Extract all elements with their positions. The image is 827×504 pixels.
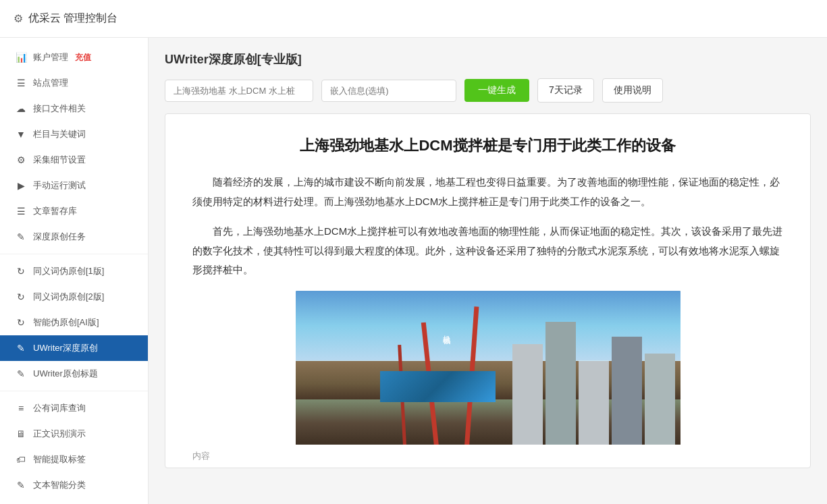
- chart-icon: 📊: [16, 52, 26, 63]
- sidebar-label-original-task: 深度原创任务: [33, 231, 86, 243]
- article-footer: 内容: [165, 445, 810, 468]
- sidebar-label-site: 站点管理: [33, 77, 68, 89]
- list-icon: ☰: [16, 78, 26, 88]
- layers-icon: ☰: [16, 206, 26, 217]
- sidebar-divider-2: [0, 391, 148, 391]
- building-5: [645, 354, 675, 445]
- sidebar-item-word-library[interactable]: ≡ 公有词库查询: [0, 395, 148, 421]
- sidebar: 📊 账户管理 充值 ☰ 站点管理 ☁ 接口文件相关 ▼ 栏目与关键词 ⚙ 采集细…: [0, 38, 149, 504]
- sidebar-label-ai-pseudo: 智能伪原创[AI版]: [33, 316, 99, 329]
- sidebar-item-text-classify[interactable]: ✎ 文本智能分类: [0, 472, 148, 498]
- cloud-icon: ☁: [16, 103, 26, 114]
- play-icon: ▶: [16, 180, 26, 191]
- pencil-icon: ✎: [16, 343, 26, 354]
- sidebar-item-manual[interactable]: ▶ 手动运行测试: [0, 173, 148, 198]
- sidebar-item-column[interactable]: ▼ 栏目与关键词: [0, 121, 148, 147]
- app-title: 优采云 管理控制台: [28, 11, 117, 26]
- edit-icon: ✎: [16, 231, 26, 242]
- sidebar-label-account: 账户管理: [33, 51, 68, 63]
- refresh-icon: ↻: [16, 266, 26, 277]
- sidebar-label-text-classify: 文本智能分类: [33, 479, 86, 491]
- tag-icon: 🏷: [16, 454, 26, 465]
- gear-icon: ⚙: [14, 12, 23, 25]
- sidebar-item-original-task[interactable]: ✎ 深度原创任务: [0, 224, 148, 250]
- sidebar-item-interface[interactable]: ☁ 接口文件相关: [0, 96, 148, 121]
- article-paragraph-2: 首先，上海强劲地基水上DCM水上搅拌桩可以有效地改善地面的物理性能，从而保证地面…: [192, 222, 783, 280]
- refresh3-icon: ↻: [16, 317, 26, 328]
- classify-icon: ✎: [16, 480, 26, 491]
- sidebar-group-2: ↻ 同义词伪原创[1版] ↻ 同义词伪原创[2版] ↻ 智能伪原创[AI版] ✎…: [0, 258, 148, 387]
- sidebar-item-collect[interactable]: ⚙ 采集细节设置: [0, 147, 148, 173]
- sidebar-label-column: 栏目与关键词: [33, 128, 86, 140]
- sidebar-label-uwriter: UWriter深度原创: [33, 342, 98, 354]
- pencil2-icon: ✎: [16, 368, 26, 379]
- sidebar-label-text-recog: 正文识别演示: [33, 428, 86, 440]
- equipment-cover: [380, 371, 496, 402]
- sidebar-item-text-recog[interactable]: 🖥 正文识别演示: [0, 421, 148, 447]
- building-1: [512, 344, 543, 445]
- sidebar-label-pseudo1: 同义词伪原创[1版]: [33, 265, 104, 277]
- sidebar-item-uwriter-title[interactable]: ✎ UWriter原创标题: [0, 361, 148, 387]
- page-title: UWriter深度原创[专业版]: [165, 51, 811, 67]
- building-3: [579, 361, 609, 445]
- sidebar-label-pseudo2: 同义词伪原创[2版]: [33, 291, 104, 303]
- sidebar-item-site[interactable]: ☰ 站点管理: [0, 70, 148, 96]
- generate-button[interactable]: 一键生成: [464, 79, 529, 102]
- sidebar-label-uwriter-title: UWriter原创标题: [33, 368, 98, 380]
- sidebar-item-drafts[interactable]: ☰ 文章暂存库: [0, 198, 148, 224]
- sidebar-item-pseudo2[interactable]: ↻ 同义词伪原创[2版]: [0, 284, 148, 310]
- article-paragraph-1: 随着经济的发展，上海的城市建设不断向前发展，地基工程也变得日益重要。为了改善地面…: [192, 173, 783, 211]
- app-header: ⚙ 优采云 管理控制台: [0, 0, 827, 38]
- sidebar-group-1: 📊 账户管理 充值 ☰ 站点管理 ☁ 接口文件相关 ▼ 栏目与关键词 ⚙ 采集细…: [0, 45, 148, 250]
- sidebar-item-account[interactable]: 📊 账户管理 充值: [0, 45, 148, 70]
- sidebar-item-pseudo1[interactable]: ↻ 同义词伪原创[1版]: [0, 258, 148, 284]
- article-image: 机械: [296, 291, 681, 445]
- sidebar-label-drafts: 文章暂存库: [33, 205, 77, 217]
- monitor-icon: 🖥: [16, 428, 26, 439]
- building-4: [612, 337, 642, 445]
- sidebar-item-uwriter[interactable]: ✎ UWriter深度原创: [0, 335, 148, 361]
- footer-label: 内容: [192, 451, 210, 461]
- sidebar-divider-1: [0, 254, 148, 254]
- refresh2-icon: ↻: [16, 291, 26, 302]
- header-title: ⚙ 优采云 管理控制台: [14, 11, 117, 26]
- filter-icon: ▼: [16, 129, 26, 140]
- sidebar-label-collect: 采集细节设置: [33, 154, 86, 166]
- sidebar-label-manual: 手动运行测试: [33, 179, 86, 192]
- buildings-group: [507, 322, 681, 445]
- embed-input[interactable]: [321, 80, 456, 102]
- sidebar-label-smart-tag: 智能提取标签: [33, 453, 86, 466]
- article-scroll[interactable]: 上海强劲地基水上DCM搅拌桩是专门用于此类工作的设备 随着经济的发展，上海的城市…: [165, 114, 810, 445]
- main-content: UWriter深度原创[专业版] 一键生成 7天记录 使用说明 上海强劲地基水上…: [149, 38, 827, 504]
- book-icon: ≡: [16, 403, 26, 414]
- badge-recharge: 充值: [75, 52, 91, 63]
- sidebar-item-smart-tag[interactable]: 🏷 智能提取标签: [0, 447, 148, 472]
- sidebar-item-ai-pseudo[interactable]: ↻ 智能伪原创[AI版]: [0, 310, 148, 335]
- crane-text: 机械: [442, 329, 452, 332]
- sidebar-group-3: ≡ 公有词库查询 🖥 正文识别演示 🏷 智能提取标签 ✎ 文本智能分类: [0, 395, 148, 498]
- building-2: [545, 322, 576, 445]
- main-layout: 📊 账户管理 充值 ☰ 站点管理 ☁ 接口文件相关 ▼ 栏目与关键词 ⚙ 采集细…: [0, 38, 827, 504]
- history-button[interactable]: 7天记录: [537, 78, 594, 103]
- toolbar: 一键生成 7天记录 使用说明: [165, 78, 811, 103]
- sidebar-label-word-library: 公有词库查询: [33, 402, 86, 414]
- keyword-input[interactable]: [165, 80, 313, 102]
- settings-icon: ⚙: [16, 155, 26, 165]
- sidebar-label-interface: 接口文件相关: [33, 103, 86, 115]
- article-title: 上海强劲地基水上DCM搅拌桩是专门用于此类工作的设备: [192, 134, 783, 157]
- help-button[interactable]: 使用说明: [602, 78, 663, 103]
- article-panel: 上海强劲地基水上DCM搅拌桩是专门用于此类工作的设备 随着经济的发展，上海的城市…: [165, 113, 811, 468]
